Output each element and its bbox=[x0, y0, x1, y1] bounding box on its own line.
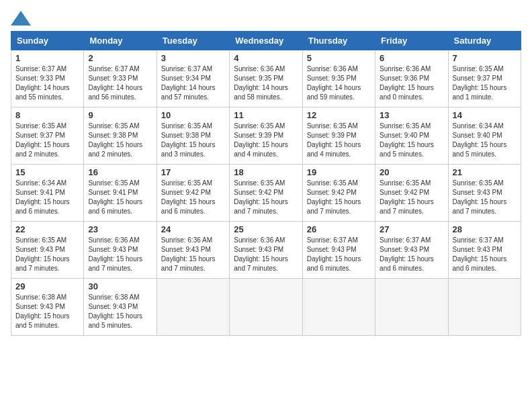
calendar-day-cell: 22 Sunrise: 6:35 AMSunset: 9:43 PMDaylig… bbox=[11, 222, 84, 279]
calendar-week-row: 29 Sunrise: 6:38 AMSunset: 9:43 PMDaylig… bbox=[11, 279, 521, 336]
day-info: Sunrise: 6:37 AMSunset: 9:43 PMDaylight:… bbox=[453, 236, 517, 273]
day-info: Sunrise: 6:35 AMSunset: 9:42 PMDaylight:… bbox=[234, 179, 298, 216]
day-info: Sunrise: 6:37 AMSunset: 9:33 PMDaylight:… bbox=[88, 64, 152, 102]
day-info: Sunrise: 6:35 AMSunset: 9:38 PMDaylight:… bbox=[88, 122, 152, 159]
calendar-day-cell: 14 Sunrise: 6:34 AMSunset: 9:40 PMDaylig… bbox=[448, 107, 521, 165]
day-info: Sunrise: 6:36 AMSunset: 9:43 PMDaylight:… bbox=[161, 236, 225, 273]
day-number: 27 bbox=[380, 224, 443, 234]
logo-icon bbox=[11, 11, 31, 26]
calendar-day-cell: 19 Sunrise: 6:35 AMSunset: 9:42 PMDaylig… bbox=[302, 165, 375, 222]
calendar-day-cell: 2 Sunrise: 6:37 AMSunset: 9:33 PMDayligh… bbox=[84, 50, 157, 107]
calendar-day-cell: 16 Sunrise: 6:35 AMSunset: 9:41 PMDaylig… bbox=[84, 165, 157, 222]
calendar-day-cell: 27 Sunrise: 6:37 AMSunset: 9:43 PMDaylig… bbox=[375, 222, 448, 279]
day-info: Sunrise: 6:34 AMSunset: 9:40 PMDaylight:… bbox=[453, 122, 517, 159]
day-number: 2 bbox=[88, 53, 152, 63]
calendar-day-cell bbox=[448, 279, 521, 336]
calendar-day-cell: 6 Sunrise: 6:36 AMSunset: 9:36 PMDayligh… bbox=[375, 50, 448, 107]
calendar-day-cell: 3 Sunrise: 6:37 AMSunset: 9:34 PMDayligh… bbox=[157, 50, 229, 107]
day-number: 29 bbox=[15, 281, 79, 291]
day-number: 19 bbox=[307, 167, 371, 177]
day-number: 22 bbox=[15, 224, 79, 234]
day-info: Sunrise: 6:35 AMSunset: 9:42 PMDaylight:… bbox=[380, 179, 443, 216]
calendar-day-header: Wednesday bbox=[230, 32, 302, 50]
day-number: 12 bbox=[307, 110, 371, 120]
calendar-day-cell: 20 Sunrise: 6:35 AMSunset: 9:42 PMDaylig… bbox=[375, 165, 448, 222]
day-info: Sunrise: 6:37 AMSunset: 9:43 PMDaylight:… bbox=[380, 236, 443, 273]
calendar-day-cell bbox=[230, 279, 302, 336]
calendar-table: SundayMondayTuesdayWednesdayThursdayFrid… bbox=[11, 31, 521, 336]
day-info: Sunrise: 6:37 AMSunset: 9:33 PMDaylight:… bbox=[15, 64, 79, 102]
day-info: Sunrise: 6:35 AMSunset: 9:43 PMDaylight:… bbox=[453, 179, 517, 216]
calendar-day-cell: 28 Sunrise: 6:37 AMSunset: 9:43 PMDaylig… bbox=[448, 222, 521, 279]
calendar-day-cell: 13 Sunrise: 6:35 AMSunset: 9:40 PMDaylig… bbox=[375, 107, 448, 165]
day-info: Sunrise: 6:35 AMSunset: 9:43 PMDaylight:… bbox=[15, 236, 79, 273]
day-number: 4 bbox=[234, 53, 298, 63]
day-info: Sunrise: 6:36 AMSunset: 9:43 PMDaylight:… bbox=[234, 236, 298, 273]
calendar-day-cell: 29 Sunrise: 6:38 AMSunset: 9:43 PMDaylig… bbox=[11, 279, 84, 336]
day-number: 8 bbox=[15, 110, 79, 120]
calendar-day-cell: 11 Sunrise: 6:35 AMSunset: 9:39 PMDaylig… bbox=[230, 107, 302, 165]
day-number: 6 bbox=[380, 53, 443, 63]
day-number: 26 bbox=[307, 224, 371, 234]
day-info: Sunrise: 6:35 AMSunset: 9:39 PMDaylight:… bbox=[234, 122, 298, 159]
day-number: 20 bbox=[380, 167, 443, 177]
page-header bbox=[11, 11, 521, 26]
calendar-day-cell bbox=[302, 279, 375, 336]
day-info: Sunrise: 6:35 AMSunset: 9:42 PMDaylight:… bbox=[161, 179, 225, 216]
day-info: Sunrise: 6:35 AMSunset: 9:41 PMDaylight:… bbox=[88, 179, 152, 216]
calendar-week-row: 8 Sunrise: 6:35 AMSunset: 9:37 PMDayligh… bbox=[11, 107, 521, 165]
calendar-day-cell bbox=[375, 279, 448, 336]
calendar-day-header: Tuesday bbox=[157, 32, 229, 50]
day-number: 28 bbox=[453, 224, 517, 234]
day-info: Sunrise: 6:36 AMSunset: 9:43 PMDaylight:… bbox=[88, 236, 152, 273]
calendar-day-cell: 30 Sunrise: 6:38 AMSunset: 9:43 PMDaylig… bbox=[84, 279, 157, 336]
calendar-day-header: Monday bbox=[84, 32, 157, 50]
day-info: Sunrise: 6:35 AMSunset: 9:37 PMDaylight:… bbox=[15, 122, 79, 159]
day-number: 17 bbox=[161, 167, 225, 177]
calendar-day-cell: 12 Sunrise: 6:35 AMSunset: 9:39 PMDaylig… bbox=[302, 107, 375, 165]
day-info: Sunrise: 6:34 AMSunset: 9:41 PMDaylight:… bbox=[15, 179, 79, 216]
calendar-day-cell: 9 Sunrise: 6:35 AMSunset: 9:38 PMDayligh… bbox=[84, 107, 157, 165]
calendar-day-header: Sunday bbox=[11, 32, 84, 50]
day-info: Sunrise: 6:35 AMSunset: 9:39 PMDaylight:… bbox=[307, 122, 371, 159]
calendar-day-cell: 18 Sunrise: 6:35 AMSunset: 9:42 PMDaylig… bbox=[230, 165, 302, 222]
day-info: Sunrise: 6:35 AMSunset: 9:42 PMDaylight:… bbox=[307, 179, 371, 216]
day-info: Sunrise: 6:37 AMSunset: 9:43 PMDaylight:… bbox=[307, 236, 371, 273]
calendar-day-cell bbox=[157, 279, 229, 336]
day-number: 10 bbox=[161, 110, 225, 120]
day-number: 1 bbox=[15, 53, 79, 63]
day-number: 13 bbox=[380, 110, 443, 120]
day-number: 7 bbox=[453, 53, 517, 63]
logo bbox=[11, 11, 34, 26]
day-number: 14 bbox=[453, 110, 517, 120]
day-number: 18 bbox=[234, 167, 298, 177]
day-info: Sunrise: 6:38 AMSunset: 9:43 PMDaylight:… bbox=[15, 293, 79, 330]
day-number: 24 bbox=[161, 224, 225, 234]
calendar-day-header: Saturday bbox=[448, 32, 521, 50]
day-info: Sunrise: 6:38 AMSunset: 9:43 PMDaylight:… bbox=[88, 293, 152, 330]
calendar-day-cell: 26 Sunrise: 6:37 AMSunset: 9:43 PMDaylig… bbox=[302, 222, 375, 279]
calendar-day-cell: 7 Sunrise: 6:35 AMSunset: 9:37 PMDayligh… bbox=[448, 50, 521, 107]
calendar-header-row: SundayMondayTuesdayWednesdayThursdayFrid… bbox=[11, 32, 521, 50]
calendar-day-header: Friday bbox=[375, 32, 448, 50]
day-number: 21 bbox=[453, 167, 517, 177]
day-info: Sunrise: 6:36 AMSunset: 9:35 PMDaylight:… bbox=[307, 64, 371, 102]
calendar-day-cell: 17 Sunrise: 6:35 AMSunset: 9:42 PMDaylig… bbox=[157, 165, 229, 222]
day-number: 16 bbox=[88, 167, 152, 177]
day-info: Sunrise: 6:36 AMSunset: 9:36 PMDaylight:… bbox=[380, 64, 443, 102]
calendar-week-row: 15 Sunrise: 6:34 AMSunset: 9:41 PMDaylig… bbox=[11, 165, 521, 222]
day-number: 3 bbox=[161, 53, 225, 63]
day-number: 11 bbox=[234, 110, 298, 120]
calendar-day-cell: 24 Sunrise: 6:36 AMSunset: 9:43 PMDaylig… bbox=[157, 222, 229, 279]
calendar-day-cell: 1 Sunrise: 6:37 AMSunset: 9:33 PMDayligh… bbox=[11, 50, 84, 107]
calendar-day-cell: 10 Sunrise: 6:35 AMSunset: 9:38 PMDaylig… bbox=[157, 107, 229, 165]
day-info: Sunrise: 6:36 AMSunset: 9:35 PMDaylight:… bbox=[234, 64, 298, 102]
day-number: 15 bbox=[15, 167, 79, 177]
calendar-day-header: Thursday bbox=[302, 32, 375, 50]
day-info: Sunrise: 6:37 AMSunset: 9:34 PMDaylight:… bbox=[161, 64, 225, 102]
day-number: 25 bbox=[234, 224, 298, 234]
calendar-day-cell: 4 Sunrise: 6:36 AMSunset: 9:35 PMDayligh… bbox=[230, 50, 302, 107]
svg-marker-0 bbox=[11, 11, 31, 26]
calendar-day-cell: 8 Sunrise: 6:35 AMSunset: 9:37 PMDayligh… bbox=[11, 107, 84, 165]
day-number: 30 bbox=[88, 281, 152, 291]
